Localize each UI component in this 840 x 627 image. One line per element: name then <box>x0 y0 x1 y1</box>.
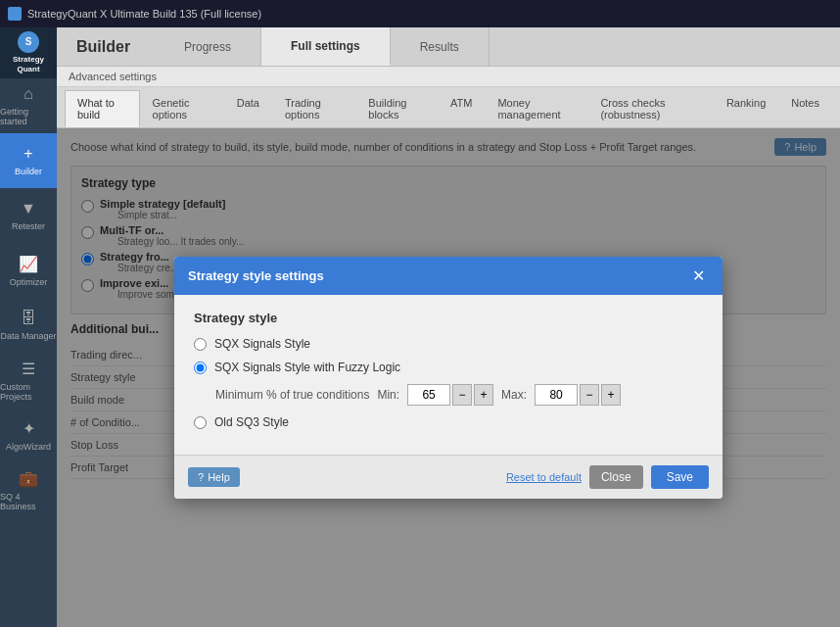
min-decrement-button[interactable]: − <box>452 384 472 406</box>
max-control: − + <box>535 384 621 406</box>
max-increment-button[interactable]: + <box>601 384 621 406</box>
builder-icon: + <box>23 145 32 163</box>
data-manager-icon: 🗄 <box>21 310 36 327</box>
home-icon: ⌂ <box>23 85 33 103</box>
radio-sqx-fuzzy[interactable] <box>194 362 207 374</box>
tab-genetic-options[interactable]: Genetic options <box>140 90 224 127</box>
tab-ranking[interactable]: Ranking <box>714 90 778 127</box>
sidebar-item-retester[interactable]: ▼ Retester <box>0 188 57 243</box>
window-title: StrategyQuant X Ultimate Build 135 (Full… <box>27 8 261 20</box>
top-tabs: Builder Progress Full settings Results <box>57 27 840 67</box>
tab-money-management[interactable]: Money management <box>485 90 587 127</box>
footer-left: ? Help <box>188 467 498 487</box>
sidebar-item-label: Data Manager <box>0 331 56 341</box>
inner-tabs: What to build Genetic options Data Tradi… <box>57 87 840 128</box>
max-value-input[interactable] <box>535 384 578 406</box>
content-area: Choose what kind of strategy to build, i… <box>57 128 840 627</box>
modal-help-icon: ? <box>198 471 204 483</box>
min-increment-button[interactable]: + <box>474 384 493 406</box>
sidebar-item-sq4-business[interactable]: 💼 SQ 4 Business <box>0 462 57 517</box>
retester-icon: ▼ <box>21 200 36 217</box>
tab-cross-checks[interactable]: Cross checks (robustness) <box>587 90 714 127</box>
sidebar-item-label: SQ 4 Business <box>0 492 57 511</box>
sub-header: Advanced settings <box>57 67 840 87</box>
modal-footer: ? Help Reset to default Close Save <box>174 455 723 499</box>
modal-option-sqx-fuzzy: SQX Signals Style with Fuzzy Logic <box>194 361 703 374</box>
sidebar-item-builder[interactable]: + Builder <box>0 133 57 188</box>
modal-option-old-sq3: Old SQ3 Style <box>194 415 703 429</box>
modal-close-button[interactable]: ✕ <box>688 266 709 285</box>
modal-option-sqx-signals: SQX Signals Style <box>194 337 703 351</box>
radio-sqx-fuzzy-label: SQX Signals Style with Fuzzy Logic <box>214 361 400 374</box>
sidebar-item-data-manager[interactable]: 🗄 Data Manager <box>0 298 57 353</box>
modal-close-footer-button[interactable]: Close <box>589 465 643 489</box>
sq4-business-icon: 💼 <box>19 469 38 488</box>
app-icon <box>8 7 22 21</box>
modal-strategy-style: Strategy style settings ✕ Strategy style… <box>174 257 723 499</box>
main-content: Builder Progress Full settings Results A… <box>57 27 840 627</box>
modal-overlay: Strategy style settings ✕ Strategy style… <box>57 128 840 627</box>
algowizard-icon: ✦ <box>23 419 35 438</box>
sidebar-item-label: Custom Projects <box>0 382 57 402</box>
modal-save-button[interactable]: Save <box>651 465 709 489</box>
logo-icon: S <box>18 31 39 53</box>
sidebar-item-algowizard[interactable]: ✦ AlgoWizard <box>0 408 57 462</box>
max-decrement-button[interactable]: − <box>580 384 599 406</box>
tab-atm[interactable]: ATM <box>438 90 485 127</box>
max-label: Max: <box>501 388 527 402</box>
sidebar-item-label: Optimizer <box>10 277 48 287</box>
radio-sqx-signals-label: SQX Signals Style <box>214 337 310 351</box>
modal-section-title: Strategy style <box>194 311 703 325</box>
modal-header: Strategy style settings ✕ <box>174 257 723 295</box>
tab-results[interactable]: Results <box>391 27 490 66</box>
tab-notes[interactable]: Notes <box>778 90 832 127</box>
radio-old-sq3-label: Old SQ3 Style <box>214 415 289 429</box>
tab-trading-options[interactable]: Trading options <box>272 90 355 127</box>
sidebar-item-label: AlgoWizard <box>6 442 51 452</box>
tab-full-settings[interactable]: Full settings <box>261 27 391 66</box>
title-bar: StrategyQuant X Ultimate Build 135 (Full… <box>0 0 840 27</box>
sidebar-item-getting-started[interactable]: ⌂ Getting started <box>0 78 57 133</box>
sidebar-item-optimizer[interactable]: 📈 Optimizer <box>0 243 57 298</box>
sidebar-logo: S StrategyQuant <box>0 27 57 78</box>
tab-building-blocks[interactable]: Building blocks <box>355 90 438 127</box>
tab-progress[interactable]: Progress <box>155 27 261 66</box>
sidebar-item-label: Retester <box>12 221 45 231</box>
modal-help-button[interactable]: ? Help <box>188 467 240 487</box>
min-control: − + <box>407 384 493 406</box>
min-max-label: Minimum % of true conditions <box>215 388 369 402</box>
radio-sqx-signals[interactable] <box>194 338 207 351</box>
custom-projects-icon: ☰ <box>22 360 35 378</box>
builder-title: Builder <box>57 27 155 66</box>
radio-old-sq3[interactable] <box>194 416 207 429</box>
modal-body: Strategy style SQX Signals Style SQX Sig… <box>174 295 723 455</box>
optimizer-icon: 📈 <box>19 255 38 273</box>
min-label: Min: <box>377 388 399 402</box>
tab-what-to-build[interactable]: What to build <box>65 90 140 127</box>
sidebar-item-custom-projects[interactable]: ☰ Custom Projects <box>0 353 57 408</box>
reset-to-default-button[interactable]: Reset to default <box>506 471 582 483</box>
logo-text: StrategyQuant <box>13 55 44 73</box>
sidebar-item-label: Builder <box>15 167 42 176</box>
sidebar-item-label: Getting started <box>0 107 57 126</box>
sidebar: S StrategyQuant ⌂ Getting started + Buil… <box>0 27 57 627</box>
tab-data[interactable]: Data <box>224 90 272 127</box>
min-value-input[interactable] <box>407 384 450 406</box>
modal-title: Strategy style settings <box>188 268 324 283</box>
modal-min-max-row: Minimum % of true conditions Min: − + Ma… <box>215 384 703 406</box>
